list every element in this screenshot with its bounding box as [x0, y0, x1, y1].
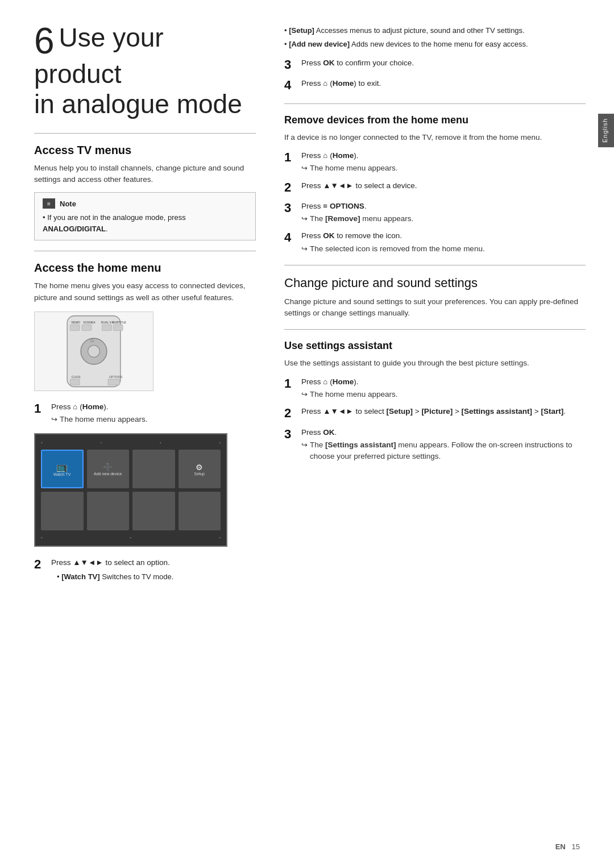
- assistant-step-3-arrow-text: The [Settings assistant] menu appears. F…: [310, 439, 586, 463]
- main-content: 6Use your productin analogue mode Access…: [0, 0, 614, 868]
- note-bold: ANALOG/DIGITAL: [43, 225, 106, 233]
- note-text-after: .: [106, 225, 108, 233]
- step-2-bullets: [Watch TV] Switches to TV mode.: [51, 571, 256, 583]
- empty-cell-1: [41, 492, 84, 530]
- assistant-step-3-arrow: ↪ The [Settings assistant] menu appears.…: [301, 439, 586, 463]
- note-box: ≡ Note • If you are not in the analogue …: [34, 192, 256, 240]
- watch-tv-cell: 📺 Watch TV: [41, 450, 84, 488]
- access-tv-menus-intro: Menus help you to install channels, chan…: [34, 163, 256, 186]
- remove-step-1-arrow: ↪ The home menu appears.: [301, 163, 586, 174]
- note-icon: ≡: [43, 198, 55, 209]
- svg-text:SCENEA: SCENEA: [83, 321, 96, 324]
- svg-text:⌂: ⌂: [90, 337, 94, 343]
- arrow-sym-a1: ↪: [301, 389, 308, 400]
- side-tab: English: [598, 114, 614, 147]
- empty-cell-2: [87, 492, 130, 530]
- remove-step-4-arrow-text: The selected icon is removed from the ho…: [310, 243, 485, 255]
- note-text: • If you are not in the analogue mode, p…: [43, 212, 247, 234]
- step-4-text: Press ⌂ (Home) to exit.: [301, 79, 381, 88]
- remove-step-3-arrow-text: The [Remove] menu appears.: [310, 213, 413, 225]
- svg-rect-4: [70, 325, 80, 330]
- assistant-step-3-text: Press OK.: [301, 428, 337, 437]
- remove-step-3-text: Press ≡ OPTIONS.: [301, 202, 366, 210]
- arrow-sym-1: ↪: [51, 414, 57, 425]
- step-1-arrow-text: The home menu appears.: [60, 414, 148, 425]
- assistant-step-3-num: 3: [284, 427, 301, 442]
- watch-tv-label: Watch TV: [53, 472, 70, 476]
- remove-step-3-content: Press ≡ OPTIONS. ↪ The [Remove] menu app…: [301, 201, 586, 225]
- step-4-num: 4: [284, 78, 301, 93]
- arrow-sym-r3: ↪: [301, 213, 308, 225]
- remove-devices-heading: Remove devices from the home menu: [284, 114, 586, 126]
- assistant-step-2-num: 2: [284, 406, 301, 421]
- add-device-label: Add new device: [94, 472, 122, 476]
- note-label: Note: [60, 200, 76, 208]
- step-3: 3 Press OK to confirm your choice.: [284, 57, 586, 72]
- add-device-cell: ➕ Add new device: [87, 450, 130, 488]
- step-2: 2 Press ▲▼◄► to select an option. [Watch…: [34, 557, 256, 584]
- remove-devices-section: Remove devices from the home menu If a d…: [284, 114, 586, 255]
- page-container: English 6Use your productin analogue mod…: [0, 0, 614, 868]
- watch-tv-icon: 📺: [56, 462, 68, 472]
- page-footer: EN 15: [555, 842, 580, 851]
- remove-step-2-text: Press ▲▼◄► to select a device.: [301, 181, 417, 190]
- chapter-title-text: Use your productin analogue mode: [34, 23, 242, 119]
- home-menu-grid: 📺 Watch TV ➕ Add new device: [41, 450, 221, 530]
- remote-svg: DEMO SCENEA DUAL V.II SUBTITLE ⌂: [35, 312, 153, 391]
- step-1-num: 1: [34, 401, 51, 416]
- use-settings-assistant-intro: Use the settings assistant to guide you …: [284, 358, 586, 369]
- remove-devices-intro: If a device is no longer connected to th…: [284, 132, 586, 143]
- setup-cell: [132, 450, 175, 488]
- assistant-step-1: 1 Press ⌂ (Home). ↪ The home menu appear…: [284, 376, 586, 401]
- dot-2: •: [100, 440, 102, 445]
- svg-rect-7: [113, 325, 123, 330]
- remove-step-4-arrow: ↪ The selected icon is removed from the …: [301, 243, 586, 255]
- step-4-content: Press ⌂ (Home) to exit.: [301, 78, 586, 89]
- svg-text:GUIDE: GUIDE: [71, 375, 81, 379]
- assistant-step-2-content: Press ▲▼◄► to select [Setup] > [Picture]…: [301, 406, 586, 417]
- remove-step-3: 3 Press ≡ OPTIONS. ↪ The [Remove] menu a…: [284, 201, 586, 225]
- remove-step-1-num: 1: [284, 150, 301, 165]
- remove-step-1-content: Press ⌂ (Home). ↪ The home menu appears.: [301, 150, 586, 175]
- demo-label: DEMO: [71, 321, 80, 324]
- remove-step-4-text: Press OK to remove the icon.: [301, 231, 402, 240]
- remove-step-4-content: Press OK to remove the icon. ↪ The selec…: [301, 230, 586, 255]
- dot-1: •: [41, 440, 43, 445]
- step-2-num: 2: [34, 557, 51, 572]
- svg-rect-5: [82, 325, 92, 330]
- arrow-sym-r4: ↪: [301, 243, 308, 255]
- change-picture-sound-intro: Change picture and sound settings to sui…: [284, 296, 586, 319]
- step-2-content: Press ▲▼◄► to select an option. [Watch T…: [51, 557, 256, 584]
- bullet-setup: [Setup] Accesses menus to adjust picture…: [284, 25, 586, 36]
- bullet-add-device: [Add new device] Adds new devices to the…: [284, 39, 586, 50]
- remove-step-3-arrow: ↪ The [Remove] menu appears.: [301, 213, 586, 225]
- change-picture-sound-heading: Change picture and sound settings: [284, 276, 586, 290]
- setup-cell-2: ⚙ Setup: [179, 450, 221, 488]
- remove-step-2-content: Press ▲▼◄► to select a device.: [301, 180, 586, 192]
- use-settings-assistant-section: Use settings assistant Use the settings …: [284, 340, 586, 462]
- remove-step-1-arrow-text: The home menu appears.: [310, 163, 398, 174]
- assistant-step-1-text: Press ⌂ (Home).: [301, 377, 358, 386]
- assistant-step-1-num: 1: [284, 376, 301, 391]
- step-3-content: Press OK to confirm your choice.: [301, 57, 586, 69]
- dot-4: •: [219, 440, 221, 445]
- svg-rect-14: [108, 379, 120, 385]
- dot-b2: •: [130, 535, 132, 540]
- arrow-sym-r1: ↪: [301, 163, 308, 174]
- page-number: 15: [572, 842, 580, 851]
- remove-step-2-num: 2: [284, 180, 301, 195]
- note-header: ≡ Note: [43, 198, 247, 209]
- access-tv-menus-section: Access TV menus Menus help you to instal…: [34, 144, 256, 241]
- dot-b3: •: [219, 535, 221, 540]
- dot-b1: •: [41, 535, 43, 540]
- svg-point-9: [88, 345, 100, 357]
- screen-dots-top: • • • •: [41, 440, 221, 445]
- home-menu-screen: • • • • 📺 Watch TV ➕: [34, 433, 227, 547]
- setup-label: Setup: [194, 472, 205, 476]
- assistant-step-3-content: Press OK. ↪ The [Settings assistant] men…: [301, 427, 586, 463]
- en-label: EN: [555, 842, 566, 851]
- access-home-menu-heading: Access the home menu: [34, 261, 256, 275]
- divider-right-2: [284, 265, 586, 265]
- change-picture-sound-section: Change picture and sound settings Change…: [284, 276, 586, 319]
- assistant-step-3: 3 Press OK. ↪ The [Settings assistant] m…: [284, 427, 586, 463]
